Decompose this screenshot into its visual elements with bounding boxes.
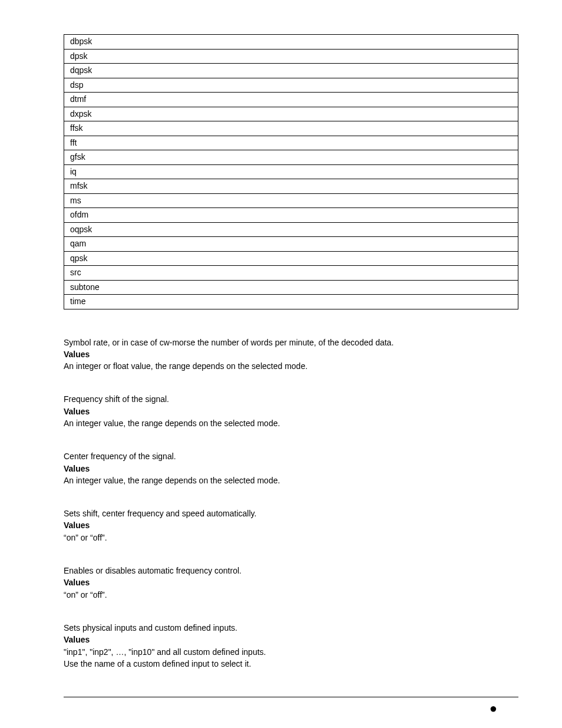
table-row: fft [64, 136, 518, 150]
mode-cell: dsp [64, 78, 518, 93]
table-row: dtmf [64, 93, 518, 107]
parameter-section: Frequency shift of the signal.ValuesAn i… [64, 393, 518, 429]
table-row: iq [64, 164, 518, 179]
mode-cell: dbpsk [64, 35, 518, 50]
mode-cell: ms [64, 193, 518, 208]
values-text: An integer value, the range depends on t… [64, 475, 518, 486]
mode-cell: qam [64, 237, 518, 252]
values-heading: Values [64, 634, 518, 645]
table-row: dpsk [64, 49, 518, 64]
parameter-section: Symbol rate, or in case of cw-morse the … [64, 337, 518, 373]
mode-cell: ffsk [64, 121, 518, 136]
footer-bullet-icon: ● [490, 702, 497, 715]
mode-cell: time [64, 295, 518, 309]
table-row: src [64, 266, 518, 281]
values-heading: Values [64, 463, 518, 475]
mode-cell: dtmf [64, 93, 518, 107]
section-description: Sets physical inputs and custom defined … [64, 622, 518, 634]
values-text: “on” or “off”. [64, 532, 518, 543]
table-row: qam [64, 237, 518, 252]
table-row: oqpsk [64, 222, 518, 237]
table-row: dxpsk [64, 107, 518, 121]
modes-table: dbpskdpskdqpskdspdtmfdxpskffskfftgfskiqm… [64, 34, 518, 309]
mode-cell: subtone [64, 280, 518, 295]
mode-cell: gfsk [64, 150, 518, 165]
section-description: Center frequency of the signal. [64, 450, 518, 462]
parameter-section: Sets physical inputs and custom defined … [64, 622, 518, 670]
parameter-section: Sets shift, center frequency and speed a… [64, 508, 518, 543]
table-row: gfsk [64, 150, 518, 165]
section-description: Enables or disables automatic frequency … [64, 565, 518, 577]
table-row: mfsk [64, 179, 518, 194]
mode-cell: ofdm [64, 208, 518, 223]
table-row: time [64, 295, 518, 309]
section-description: Frequency shift of the signal. [64, 393, 518, 405]
table-row: dbpsk [64, 35, 518, 50]
mode-cell: dqpsk [64, 64, 518, 78]
mode-cell: src [64, 266, 518, 281]
values-text: An integer or float value, the range dep… [64, 360, 518, 372]
values-text: An integer value, the range depends on t… [64, 417, 518, 429]
mode-cell: iq [64, 164, 518, 179]
values-heading: Values [64, 406, 518, 417]
mode-cell: dxpsk [64, 107, 518, 121]
table-row: qpsk [64, 251, 518, 266]
table-row: ofdm [64, 208, 518, 223]
table-row: dqpsk [64, 64, 518, 78]
parameter-section: Enables or disables automatic frequency … [64, 565, 518, 601]
values-heading: Values [64, 519, 518, 531]
mode-cell: dpsk [64, 49, 518, 64]
section-description: Sets shift, center frequency and speed a… [64, 508, 518, 519]
table-row: subtone [64, 280, 518, 295]
table-row: ffsk [64, 121, 518, 136]
values-heading: Values [64, 577, 518, 588]
mode-cell: mfsk [64, 179, 518, 194]
mode-cell: oqpsk [64, 222, 518, 237]
section-description: Symbol rate, or in case of cw-morse the … [64, 337, 518, 348]
table-row: ms [64, 193, 518, 208]
values-text: “on” or “off”. [64, 589, 518, 601]
mode-cell: fft [64, 136, 518, 150]
parameter-section: Center frequency of the signal.ValuesAn … [64, 450, 518, 486]
table-row: dsp [64, 78, 518, 93]
footer-rule [64, 697, 518, 697]
values-heading: Values [64, 348, 518, 360]
values-text: "inp1", "inp2", …, "inp10" and all custo… [64, 646, 518, 670]
mode-cell: qpsk [64, 251, 518, 266]
